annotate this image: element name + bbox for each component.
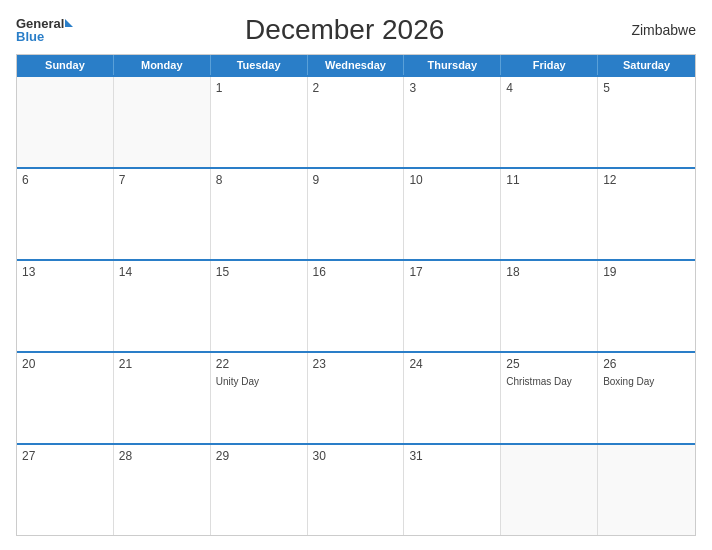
day-number: 15 — [216, 265, 302, 279]
day-number: 30 — [313, 449, 399, 463]
calendar-body: 12345678910111213141516171819202122Unity… — [17, 75, 695, 535]
day-number: 1 — [216, 81, 302, 95]
col-saturday: Saturday — [598, 55, 695, 75]
logo: General Blue — [16, 17, 73, 43]
day-number: 7 — [119, 173, 205, 187]
col-wednesday: Wednesday — [308, 55, 405, 75]
col-tuesday: Tuesday — [211, 55, 308, 75]
calendar-cell: 22Unity Day — [211, 353, 308, 443]
calendar-cell: 21 — [114, 353, 211, 443]
calendar-cell: 27 — [17, 445, 114, 535]
calendar-cell — [501, 445, 598, 535]
calendar-cell: 24 — [404, 353, 501, 443]
calendar: Sunday Monday Tuesday Wednesday Thursday… — [16, 54, 696, 536]
day-number: 24 — [409, 357, 495, 371]
day-number: 4 — [506, 81, 592, 95]
day-number: 23 — [313, 357, 399, 371]
day-number: 3 — [409, 81, 495, 95]
calendar-cell: 8 — [211, 169, 308, 259]
calendar-cell: 29 — [211, 445, 308, 535]
col-thursday: Thursday — [404, 55, 501, 75]
day-number: 21 — [119, 357, 205, 371]
week-row-1: 12345 — [17, 75, 695, 167]
calendar-cell: 23 — [308, 353, 405, 443]
calendar-cell: 31 — [404, 445, 501, 535]
calendar-cell: 16 — [308, 261, 405, 351]
calendar-cell: 7 — [114, 169, 211, 259]
calendar-cell: 4 — [501, 77, 598, 167]
week-row-3: 13141516171819 — [17, 259, 695, 351]
day-number: 18 — [506, 265, 592, 279]
day-number: 11 — [506, 173, 592, 187]
day-number: 9 — [313, 173, 399, 187]
month-title: December 2026 — [73, 14, 616, 46]
logo-triangle-icon — [65, 19, 73, 27]
day-number: 20 — [22, 357, 108, 371]
calendar-cell: 30 — [308, 445, 405, 535]
calendar-cell: 13 — [17, 261, 114, 351]
calendar-cell: 12 — [598, 169, 695, 259]
day-number: 22 — [216, 357, 302, 371]
week-row-4: 202122Unity Day232425Christmas Day26Boxi… — [17, 351, 695, 443]
day-number: 28 — [119, 449, 205, 463]
day-number: 27 — [22, 449, 108, 463]
day-number: 2 — [313, 81, 399, 95]
day-number: 25 — [506, 357, 592, 371]
day-number: 19 — [603, 265, 690, 279]
day-number: 8 — [216, 173, 302, 187]
week-row-5: 2728293031 — [17, 443, 695, 535]
col-sunday: Sunday — [17, 55, 114, 75]
calendar-cell: 25Christmas Day — [501, 353, 598, 443]
country-label: Zimbabwe — [616, 22, 696, 38]
day-number: 17 — [409, 265, 495, 279]
col-monday: Monday — [114, 55, 211, 75]
calendar-cell: 11 — [501, 169, 598, 259]
calendar-header: Sunday Monday Tuesday Wednesday Thursday… — [17, 55, 695, 75]
day-number: 29 — [216, 449, 302, 463]
calendar-cell: 9 — [308, 169, 405, 259]
calendar-cell: 5 — [598, 77, 695, 167]
holiday-label: Unity Day — [216, 375, 302, 388]
day-number: 12 — [603, 173, 690, 187]
day-number: 16 — [313, 265, 399, 279]
calendar-cell: 17 — [404, 261, 501, 351]
holiday-label: Christmas Day — [506, 375, 592, 388]
calendar-cell — [114, 77, 211, 167]
calendar-cell: 1 — [211, 77, 308, 167]
calendar-cell: 28 — [114, 445, 211, 535]
calendar-cell: 10 — [404, 169, 501, 259]
calendar-cell: 2 — [308, 77, 405, 167]
calendar-cell — [598, 445, 695, 535]
day-number: 14 — [119, 265, 205, 279]
holiday-label: Boxing Day — [603, 375, 690, 388]
day-number: 10 — [409, 173, 495, 187]
day-number: 13 — [22, 265, 108, 279]
calendar-cell: 20 — [17, 353, 114, 443]
week-row-2: 6789101112 — [17, 167, 695, 259]
day-number: 31 — [409, 449, 495, 463]
calendar-cell: 3 — [404, 77, 501, 167]
day-number: 6 — [22, 173, 108, 187]
calendar-cell — [17, 77, 114, 167]
calendar-cell: 6 — [17, 169, 114, 259]
page-header: General Blue December 2026 Zimbabwe — [16, 14, 696, 46]
calendar-cell: 18 — [501, 261, 598, 351]
col-friday: Friday — [501, 55, 598, 75]
logo-blue-text: Blue — [16, 30, 73, 43]
calendar-cell: 14 — [114, 261, 211, 351]
day-number: 5 — [603, 81, 690, 95]
calendar-cell: 19 — [598, 261, 695, 351]
calendar-page: General Blue December 2026 Zimbabwe Sund… — [0, 0, 712, 550]
calendar-cell: 15 — [211, 261, 308, 351]
calendar-cell: 26Boxing Day — [598, 353, 695, 443]
day-number: 26 — [603, 357, 690, 371]
